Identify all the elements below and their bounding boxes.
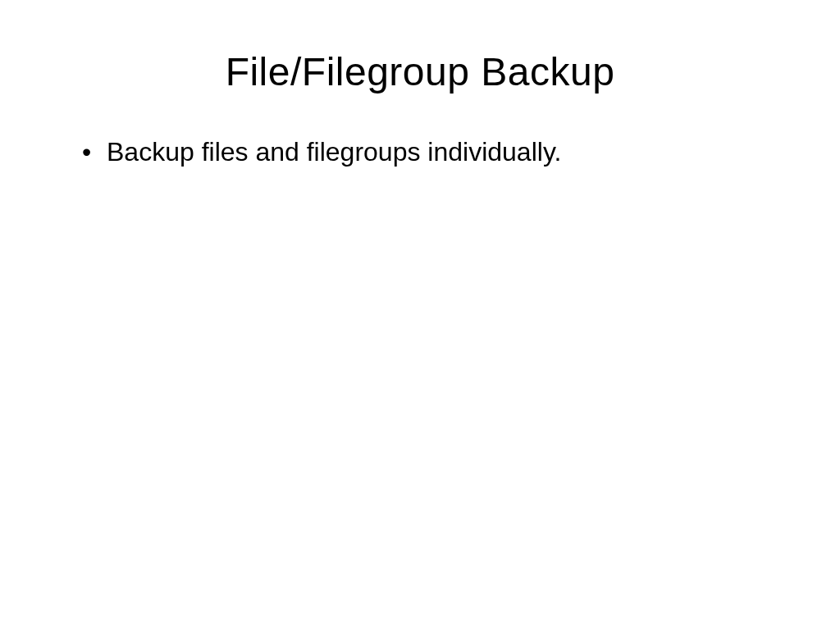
- slide-content: Backup files and filegroups individually…: [57, 135, 783, 170]
- slide-container: File/Filegroup Backup Backup files and f…: [0, 0, 840, 630]
- slide-title: File/Filegroup Backup: [57, 49, 783, 94]
- bullet-item: Backup files and filegroups individually…: [82, 135, 783, 170]
- bullet-list: Backup files and filegroups individually…: [82, 135, 783, 170]
